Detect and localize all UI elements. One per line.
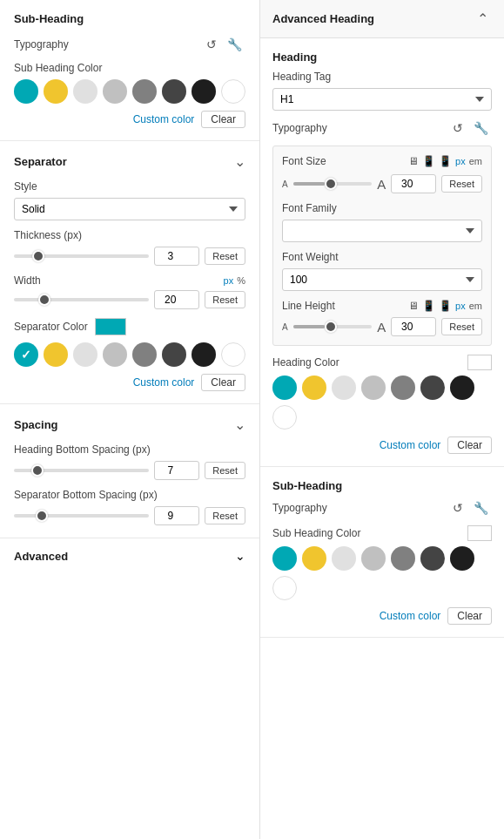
separator-bottom-spacing-reset[interactable]: Reset <box>205 507 245 524</box>
h-swatch-medium-gray[interactable] <box>361 376 386 400</box>
h-swatch-charcoal[interactable] <box>420 376 445 400</box>
font-family-label: Font Family <box>282 202 482 214</box>
sub-heading-section: Sub-Heading Typography ↺ 🔧 Sub Heading C… <box>0 0 259 141</box>
font-size-unit-em[interactable]: em <box>469 156 482 166</box>
swatch-charcoal[interactable] <box>162 79 186 104</box>
sub-heading-color-label: Sub Heading Color <box>14 62 245 74</box>
h-swatch-white[interactable] <box>272 405 297 430</box>
sh-swatch-teal[interactable] <box>272 546 297 571</box>
font-size-input[interactable] <box>391 174 436 193</box>
font-size-tablet-icon: 📱 <box>422 155 435 167</box>
swatch-teal[interactable] <box>14 79 38 104</box>
line-height-small-a-icon: A <box>282 322 288 332</box>
h-swatch-black[interactable] <box>450 376 474 400</box>
sh-swatch-white[interactable] <box>272 576 297 600</box>
separator-toggle-icon[interactable]: ⌄ <box>234 153 245 170</box>
right-sub-typography-label: Typography <box>272 502 327 514</box>
h-swatch-light-gray[interactable] <box>332 376 356 400</box>
sep-swatch-yellow[interactable] <box>44 342 68 367</box>
font-size-unit-px[interactable]: px <box>455 156 466 166</box>
heading-custom-color-link[interactable]: Custom color <box>380 439 441 451</box>
font-weight-label: Font Weight <box>282 251 482 263</box>
h-swatch-dark-gray[interactable] <box>391 376 415 400</box>
right-sub-custom-color-link[interactable]: Custom color <box>380 610 441 622</box>
separator-color-label: Separator Color <box>14 321 88 333</box>
line-height-unit-em[interactable]: em <box>469 301 482 311</box>
sep-swatch-light-gray[interactable] <box>73 342 97 367</box>
heading-bottom-spacing-reset[interactable]: Reset <box>205 462 245 479</box>
advanced-heading-title: Advanced Heading <box>272 12 374 25</box>
sub-heading-color-swatches <box>14 79 245 104</box>
sh-swatch-yellow[interactable] <box>302 546 326 571</box>
heading-tag-dropdown[interactable]: H1 H2 H3 H4 H5 H6 <box>272 88 492 111</box>
heading-bottom-spacing-slider[interactable] <box>14 469 149 472</box>
line-height-reset-button[interactable]: Reset <box>441 318 482 335</box>
right-typography-settings-icon[interactable]: 🔧 <box>470 119 492 137</box>
sh-swatch-black[interactable] <box>450 546 474 571</box>
typography-settings-icon[interactable]: 🔧 <box>224 36 245 53</box>
swatch-white[interactable] <box>221 79 245 104</box>
sep-swatch-black[interactable] <box>192 342 216 367</box>
sep-swatch-white[interactable] <box>221 342 245 367</box>
swatch-dark-gray[interactable] <box>132 79 157 104</box>
sep-swatch-teal[interactable] <box>14 342 38 367</box>
right-sub-typography-reset-icon[interactable]: ↺ <box>449 499 467 517</box>
width-input[interactable] <box>154 290 199 309</box>
h-swatch-yellow[interactable] <box>302 376 326 400</box>
line-height-label: Line Height <box>282 300 335 312</box>
font-size-small-a-icon: A <box>282 179 288 189</box>
swatch-yellow[interactable] <box>44 79 68 104</box>
width-unit-percent[interactable]: % <box>237 275 245 286</box>
separator-bottom-spacing-slider[interactable] <box>14 514 149 518</box>
spacing-title: Spacing <box>14 418 58 431</box>
swatch-medium-gray[interactable] <box>103 79 127 104</box>
sh-swatch-medium-gray[interactable] <box>361 546 386 571</box>
heading-color-box[interactable] <box>467 355 492 370</box>
thickness-reset-button[interactable]: Reset <box>205 247 245 265</box>
right-sub-clear-button[interactable]: Clear <box>447 607 492 625</box>
spacing-toggle-icon[interactable]: ⌄ <box>234 416 245 433</box>
custom-color-link[interactable]: Custom color <box>133 113 195 125</box>
right-sub-heading-color-swatches <box>272 546 492 600</box>
advanced-heading-collapse-icon[interactable]: ⌃ <box>474 9 492 29</box>
swatch-light-gray[interactable] <box>73 79 97 104</box>
sep-swatch-dark-gray[interactable] <box>132 342 157 367</box>
right-typography-reset-icon[interactable]: ↺ <box>449 119 467 137</box>
heading-bottom-spacing-label: Heading Bottom Spacing (px) <box>14 443 245 456</box>
font-size-reset-button[interactable]: Reset <box>441 175 482 193</box>
sub-heading-color-box[interactable] <box>467 525 492 541</box>
font-size-large-a-icon: A <box>377 177 386 192</box>
advanced-toggle-icon[interactable]: ⌄ <box>235 549 245 563</box>
heading-color-label: Heading Color <box>272 356 339 369</box>
h-swatch-teal[interactable] <box>272 376 297 400</box>
font-weight-dropdown[interactable]: 100 200 300 400 500 600 700 <box>282 268 482 291</box>
separator-bottom-spacing-input[interactable] <box>154 506 199 525</box>
sh-swatch-charcoal[interactable] <box>420 546 445 571</box>
sep-swatch-medium-gray[interactable] <box>103 342 127 367</box>
sep-swatch-charcoal[interactable] <box>162 342 186 367</box>
line-height-monitor-icon: 🖥 <box>408 300 419 312</box>
width-reset-button[interactable]: Reset <box>205 291 245 308</box>
sep-clear-button[interactable]: Clear <box>201 374 245 391</box>
width-slider[interactable] <box>14 298 149 301</box>
line-height-unit-px[interactable]: px <box>455 301 466 311</box>
thickness-slider[interactable] <box>14 254 149 258</box>
thickness-input[interactable] <box>154 247 199 266</box>
font-size-monitor-icon: 🖥 <box>408 155 419 167</box>
clear-button[interactable]: Clear <box>201 111 245 128</box>
style-dropdown[interactable]: Solid Dashed Dotted <box>14 198 245 220</box>
width-unit-px[interactable]: px <box>224 275 234 286</box>
right-sub-typography-settings-icon[interactable]: 🔧 <box>470 499 492 517</box>
typography-row: Typography ↺ 🔧 <box>14 36 245 53</box>
sep-custom-color-link[interactable]: Custom color <box>133 376 195 389</box>
typography-reset-icon[interactable]: ↺ <box>203 36 220 53</box>
font-family-dropdown[interactable] <box>282 220 482 242</box>
sub-heading-title: Sub-Heading <box>14 12 84 25</box>
line-height-input[interactable] <box>391 317 436 336</box>
separator-color-box[interactable] <box>95 318 126 335</box>
sh-swatch-light-gray[interactable] <box>332 546 356 571</box>
heading-bottom-spacing-input[interactable] <box>154 461 199 480</box>
swatch-black[interactable] <box>192 79 216 104</box>
heading-clear-button[interactable]: Clear <box>447 436 492 454</box>
sh-swatch-dark-gray[interactable] <box>391 546 415 571</box>
